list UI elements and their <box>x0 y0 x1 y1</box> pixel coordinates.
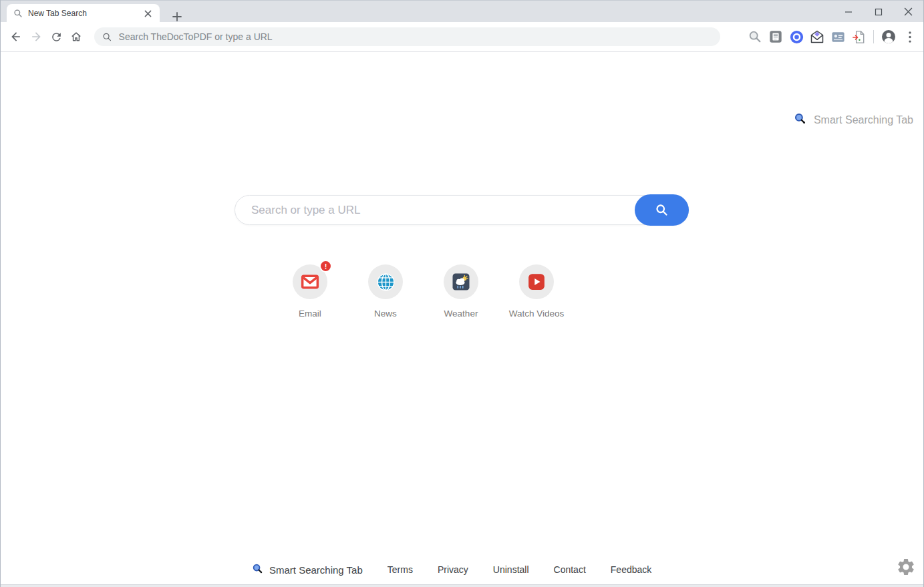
page-footer: Smart Searching Tab Terms Privacy Uninst… <box>252 563 651 576</box>
browser-window: New Tab Search <box>0 0 924 587</box>
page-search-input[interactable] <box>235 195 689 225</box>
window-controls <box>833 1 923 23</box>
play-video-icon <box>519 264 554 299</box>
forward-button[interactable] <box>26 27 46 47</box>
search-favicon-icon <box>13 9 23 18</box>
email-notification-badge: ! <box>319 260 332 272</box>
magnifier-extension-icon[interactable] <box>747 29 763 45</box>
close-window-button[interactable] <box>893 1 923 23</box>
profile-avatar[interactable] <box>881 29 897 45</box>
brand-top-label: Smart Searching Tab <box>814 114 913 126</box>
settings-gear-icon[interactable] <box>895 556 917 578</box>
shortcuts-row: ! Email News Weather Watch <box>283 264 563 319</box>
maximize-button[interactable] <box>863 1 893 23</box>
minimize-button[interactable] <box>833 1 863 23</box>
footer-brand-label: Smart Searching Tab <box>269 564 363 576</box>
shortcut-email[interactable]: ! Email <box>283 264 337 319</box>
search-icon <box>655 203 669 217</box>
search-submit-button[interactable] <box>635 194 689 226</box>
reload-button[interactable] <box>46 27 66 47</box>
email-icon: ! <box>293 264 327 299</box>
footer-link-contact[interactable]: Contact <box>554 564 586 575</box>
shortcut-label: News <box>374 309 397 319</box>
shortcut-watch-videos[interactable]: Watch Videos <box>510 264 563 319</box>
tab-title: New Tab Search <box>28 9 142 18</box>
blue-ring-extension-icon[interactable] <box>788 29 804 45</box>
address-search-icon <box>102 32 112 42</box>
new-tab-button[interactable] <box>168 7 186 26</box>
footer-brand: Smart Searching Tab <box>252 563 363 576</box>
footer-link-privacy[interactable]: Privacy <box>438 564 468 575</box>
browser-toolbar <box>1 22 923 52</box>
doc-to-pdf-extension-icon[interactable] <box>851 29 867 45</box>
globe-icon <box>368 264 403 299</box>
contact-card-extension-icon[interactable] <box>830 29 846 45</box>
brand-magnifier-icon <box>794 112 806 128</box>
footer-link-uninstall[interactable]: Uninstall <box>493 564 529 575</box>
address-input[interactable] <box>119 31 712 42</box>
weather-icon <box>444 264 478 299</box>
shortcut-weather[interactable]: Weather <box>434 264 488 319</box>
address-bar[interactable] <box>94 27 720 46</box>
shortcut-news[interactable]: News <box>359 264 412 319</box>
browser-tab[interactable]: New Tab Search <box>7 4 160 23</box>
footer-link-feedback[interactable]: Feedback <box>611 564 651 575</box>
new-tab-page: Smart Searching Tab ! Email News <box>1 52 923 584</box>
extension-icons <box>747 29 867 45</box>
menu-kebab-icon[interactable] <box>903 29 917 45</box>
footer-link-terms[interactable]: Terms <box>388 564 413 575</box>
title-bar: New Tab Search <box>1 0 923 22</box>
envelope-gem-extension-icon[interactable] <box>809 29 825 45</box>
page-search <box>235 194 689 226</box>
window-bottom-border <box>1 584 923 587</box>
tab-close-icon[interactable] <box>142 8 154 19</box>
footer-magnifier-icon <box>252 563 263 576</box>
shortcut-label: Weather <box>444 309 478 319</box>
toolbar-separator <box>873 30 874 43</box>
home-button[interactable] <box>66 27 86 47</box>
back-button[interactable] <box>6 27 26 47</box>
news-reader-extension-icon[interactable] <box>768 29 784 45</box>
shortcut-label: Watch Videos <box>509 309 565 319</box>
brand-top: Smart Searching Tab <box>794 112 913 128</box>
shortcut-label: Email <box>299 309 321 319</box>
